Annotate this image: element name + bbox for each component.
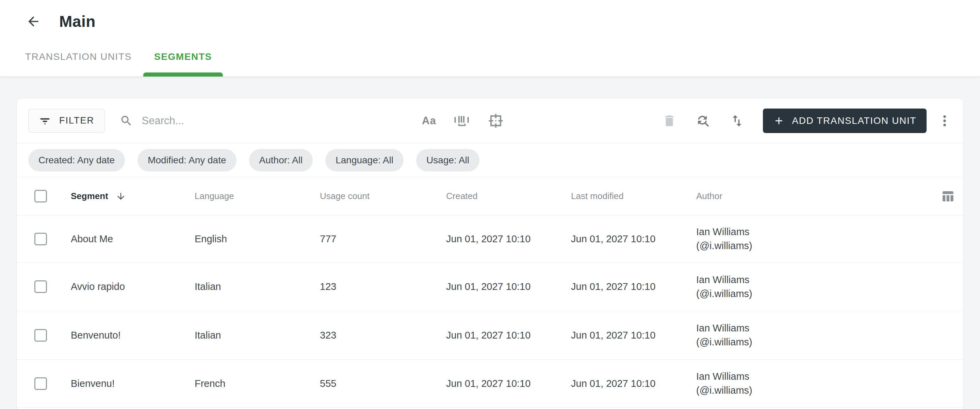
sort-down-icon <box>116 191 126 201</box>
author-handle: (@i.williams) <box>696 287 933 301</box>
table-row[interactable]: Avvio rapido Italian 123 Jun 01, 2027 10… <box>17 263 963 311</box>
column-label: Created <box>446 191 478 201</box>
tab-translation-units[interactable]: TRANSLATION UNITS <box>24 42 132 76</box>
swap-vertical-icon <box>730 113 745 128</box>
delete-button[interactable] <box>662 114 676 128</box>
chip-label: Usage: All <box>426 155 469 166</box>
segment-cell: Avvio rapido <box>71 281 195 292</box>
author-cell: Ian Williams (@i.williams) <box>696 321 933 349</box>
column-settings-button[interactable] <box>941 189 955 203</box>
column-header-language[interactable]: Language <box>195 191 320 201</box>
language-cell: English <box>195 234 320 245</box>
chip-label: Modified: Any date <box>148 155 226 166</box>
last-modified-cell: Jun 01, 2027 10:10 <box>571 330 696 341</box>
more-options-button[interactable] <box>937 114 952 128</box>
last-modified-cell: Jun 01, 2027 10:10 <box>571 234 696 245</box>
author-cell: Ian Williams (@i.williams) <box>696 273 933 301</box>
table-body: About Me English 777 Jun 01, 2027 10:10 … <box>17 215 963 407</box>
chip-modified[interactable]: Modified: Any date <box>137 149 236 172</box>
add-translation-unit-button[interactable]: ADD TRANSLATION UNIT <box>763 108 927 133</box>
tab-label: TRANSLATION UNITS <box>25 51 132 62</box>
last-modified-cell: Jun 01, 2027 10:10 <box>571 378 696 389</box>
chip-language[interactable]: Language: All <box>325 149 404 172</box>
author-cell: Ian Williams (@i.williams) <box>696 225 933 253</box>
chip-usage[interactable]: Usage: All <box>416 149 479 172</box>
find-replace-icon <box>695 113 711 128</box>
author-handle: (@i.williams) <box>696 239 933 253</box>
back-arrow-icon <box>26 14 41 29</box>
usage-count-cell: 323 <box>320 330 446 341</box>
table-row[interactable]: About Me English 777 Jun 01, 2027 10:10 … <box>17 215 963 263</box>
language-cell: French <box>195 378 320 389</box>
whole-word-button[interactable] <box>454 114 470 127</box>
row-checkbox-cell <box>34 377 71 390</box>
author-name: Ian Williams <box>696 225 933 239</box>
column-header-last-modified[interactable]: Last modified <box>571 191 696 201</box>
search-input[interactable] <box>142 115 385 127</box>
segment-cell: About Me <box>71 234 195 245</box>
column-header-segment[interactable]: Segment <box>71 191 195 201</box>
language-cell: Italian <box>195 281 320 292</box>
tab-segments[interactable]: SEGMENTS <box>143 42 223 76</box>
row-checkbox-cell <box>34 233 71 245</box>
focus-frame-icon <box>488 113 504 129</box>
table-row[interactable]: Bienvenu! French 555 Jun 01, 2027 10:10 … <box>17 360 963 407</box>
column-label: Author <box>696 191 722 201</box>
search-box <box>120 114 385 128</box>
back-button[interactable] <box>25 13 41 30</box>
add-translation-unit-label: ADD TRANSLATION UNIT <box>792 115 916 126</box>
chip-created[interactable]: Created: Any date <box>28 149 125 172</box>
page-title: Main <box>59 12 95 30</box>
language-cell: Italian <box>195 330 320 341</box>
kebab-menu-icon <box>937 114 952 128</box>
chip-author[interactable]: Author: All <box>249 149 313 172</box>
find-replace-button[interactable] <box>695 113 711 128</box>
author-name: Ian Williams <box>696 321 933 335</box>
filter-chips-row: Created: Any date Modified: Any date Aut… <box>17 143 963 177</box>
toolbar: FILTER Aa <box>17 98 963 143</box>
author-name: Ian Williams <box>696 273 933 287</box>
column-header-usage-count[interactable]: Usage count <box>320 191 446 201</box>
column-label: Language <box>195 191 234 201</box>
row-checkbox[interactable] <box>34 377 47 390</box>
column-header-author[interactable]: Author <box>696 191 933 201</box>
match-case-icon: Aa <box>422 115 436 127</box>
row-checkbox[interactable] <box>34 280 47 293</box>
created-cell: Jun 01, 2027 10:10 <box>446 330 571 341</box>
row-checkbox[interactable] <box>34 329 47 342</box>
match-case-button[interactable]: Aa <box>422 115 436 127</box>
row-checkbox[interactable] <box>34 233 47 245</box>
segment-cell: Benvenuto! <box>71 330 195 341</box>
row-checkbox-cell <box>34 329 71 342</box>
search-icon <box>120 114 133 128</box>
tab-bar: TRANSLATION UNITS SEGMENTS <box>24 42 223 76</box>
page-content: FILTER Aa <box>0 76 980 409</box>
toolbar-actions <box>662 113 745 128</box>
segments-card: FILTER Aa <box>16 98 964 409</box>
segment-cell: Bienvenu! <box>71 378 195 389</box>
usage-count-cell: 777 <box>320 234 446 245</box>
tab-label: SEGMENTS <box>154 51 212 62</box>
active-tab-underline <box>143 72 223 76</box>
filter-icon <box>39 115 51 127</box>
search-options: Aa <box>422 113 504 129</box>
barcode-icon <box>454 114 470 127</box>
table-row[interactable]: Benvenuto! Italian 323 Jun 01, 2027 10:1… <box>17 311 963 360</box>
title-row: Main <box>0 0 980 30</box>
filter-button[interactable]: FILTER <box>28 109 105 133</box>
author-handle: (@i.williams) <box>696 384 933 398</box>
table-header: Segment Language Usage count Created Las… <box>17 177 963 215</box>
app-header: Main TRANSLATION UNITS SEGMENTS <box>0 0 980 76</box>
column-label: Usage count <box>320 191 369 201</box>
created-cell: Jun 01, 2027 10:10 <box>446 234 571 245</box>
last-modified-cell: Jun 01, 2027 10:10 <box>571 281 696 292</box>
sort-button[interactable] <box>730 113 745 128</box>
trash-icon <box>662 114 676 128</box>
chip-label: Created: Any date <box>38 155 115 166</box>
selection-frame-button[interactable] <box>488 113 504 129</box>
row-checkbox-cell <box>34 280 71 293</box>
column-header-created[interactable]: Created <box>446 191 571 201</box>
author-handle: (@i.williams) <box>696 335 933 349</box>
select-all-checkbox[interactable] <box>34 190 47 202</box>
author-cell: Ian Williams (@i.williams) <box>696 369 933 398</box>
